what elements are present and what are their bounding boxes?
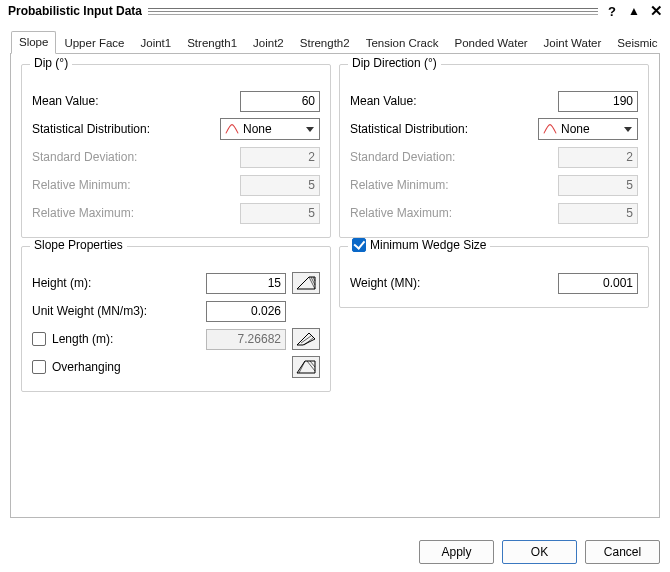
dipdir-mean-label: Mean Value:: [350, 94, 552, 108]
slope-unitweight-label: Unit Weight (MN/m3):: [32, 304, 200, 318]
dipdir-relmax-value: 5: [558, 203, 638, 224]
group-min-wedge-legend: Minimum Wedge Size: [348, 238, 490, 252]
min-wedge-weight-input[interactable]: 0.001: [558, 273, 638, 294]
tab-strip: Slope Upper Face Joint1 Strength1 Joint2…: [10, 28, 660, 54]
window-title: Probabilistic Input Data: [8, 4, 142, 18]
dip-dist-label: Statistical Distribution:: [32, 122, 214, 136]
slope-height-label: Height (m):: [32, 276, 200, 290]
dip-dist-value: None: [243, 122, 297, 136]
dip-relmin-value: 5: [240, 175, 320, 196]
slope-height-input[interactable]: 15: [206, 273, 286, 294]
group-dip: Dip (°) Mean Value: 60 Statistical Distr…: [21, 64, 331, 238]
dipdir-relmin-label: Relative Minimum:: [350, 178, 552, 192]
overhanging-label: Overhanging: [52, 360, 286, 374]
expand-icon[interactable]: ▲: [626, 3, 642, 19]
tab-slope[interactable]: Slope: [11, 31, 56, 54]
tab-pane-slope: Dip (°) Mean Value: 60 Statistical Distr…: [10, 54, 660, 518]
apply-button[interactable]: Apply: [419, 540, 494, 564]
group-dip-legend: Dip (°): [30, 56, 72, 70]
svg-line-4: [304, 338, 313, 345]
help-icon[interactable]: ?: [604, 3, 620, 19]
dipdir-dist-label: Statistical Distribution:: [350, 122, 532, 136]
tab-joint2[interactable]: Joint2: [245, 32, 292, 54]
dip-stddev-label: Standard Deviation:: [32, 150, 234, 164]
tab-ponded-water[interactable]: Ponded Water: [447, 32, 536, 54]
tab-seismic[interactable]: Seismic: [609, 32, 665, 54]
dip-relmax-label: Relative Maximum:: [32, 206, 234, 220]
slope-unitweight-input[interactable]: 0.026: [206, 301, 286, 322]
svg-line-1: [311, 277, 315, 285]
slope-length-label: Length (m):: [52, 332, 200, 346]
chevron-down-icon: [619, 119, 637, 139]
group-min-wedge: Minimum Wedge Size Weight (MN): 0.001: [339, 246, 649, 308]
dip-stddev-value: 2: [240, 147, 320, 168]
right-column: Dip Direction (°) Mean Value: 190 Statis…: [339, 64, 649, 507]
titlebar-separator: [148, 7, 598, 15]
min-wedge-weight-label: Weight (MN):: [350, 276, 552, 290]
overhanging-icon[interactable]: [292, 356, 320, 378]
chevron-down-icon: [301, 119, 319, 139]
tab-tension-crack[interactable]: Tension Crack: [358, 32, 447, 54]
tab-joint-water[interactable]: Joint Water: [536, 32, 610, 54]
svg-line-5: [299, 361, 305, 373]
dip-mean-input[interactable]: 60: [240, 91, 320, 112]
tab-joint1[interactable]: Joint1: [133, 32, 180, 54]
dip-relmax-value: 5: [240, 203, 320, 224]
tab-strength2[interactable]: Strength2: [292, 32, 358, 54]
dipdir-relmin-value: 5: [558, 175, 638, 196]
dipdir-dist-value: None: [561, 122, 615, 136]
slope-height-icon[interactable]: [292, 272, 320, 294]
cancel-button[interactable]: Cancel: [585, 540, 660, 564]
dip-dist-combo[interactable]: None: [220, 118, 320, 140]
dipdir-mean-input[interactable]: 190: [558, 91, 638, 112]
min-wedge-checkbox[interactable]: [352, 238, 366, 252]
group-min-wedge-label: Minimum Wedge Size: [370, 238, 486, 252]
tab-upper-face[interactable]: Upper Face: [56, 32, 132, 54]
close-icon[interactable]: ✕: [648, 3, 664, 19]
dipdir-relmax-label: Relative Maximum:: [350, 206, 552, 220]
group-slope-properties: Slope Properties Height (m): 15 U: [21, 246, 331, 392]
dip-mean-label: Mean Value:: [32, 94, 234, 108]
dipdir-stddev-label: Standard Deviation:: [350, 150, 552, 164]
group-dipdir: Dip Direction (°) Mean Value: 190 Statis…: [339, 64, 649, 238]
dip-relmin-label: Relative Minimum:: [32, 178, 234, 192]
left-column: Dip (°) Mean Value: 60 Statistical Distr…: [21, 64, 331, 507]
slope-length-icon[interactable]: [292, 328, 320, 350]
dipdir-stddev-value: 2: [558, 147, 638, 168]
overhanging-checkbox[interactable]: [32, 360, 46, 374]
button-bar: Apply OK Cancel: [419, 540, 660, 564]
dipdir-dist-combo[interactable]: None: [538, 118, 638, 140]
group-slope-properties-legend: Slope Properties: [30, 238, 127, 252]
group-dipdir-legend: Dip Direction (°): [348, 56, 441, 70]
slope-length-value: 7.26682: [206, 329, 286, 350]
ok-button[interactable]: OK: [502, 540, 577, 564]
dialog-body: Slope Upper Face Joint1 Strength1 Joint2…: [0, 22, 670, 528]
title-bar: Probabilistic Input Data ? ▲ ✕: [0, 0, 670, 22]
distribution-none-icon: [225, 123, 239, 135]
tab-strength1[interactable]: Strength1: [179, 32, 245, 54]
slope-length-checkbox[interactable]: [32, 332, 46, 346]
distribution-none-icon: [543, 123, 557, 135]
tab-forces[interactable]: Forces: [666, 32, 670, 54]
